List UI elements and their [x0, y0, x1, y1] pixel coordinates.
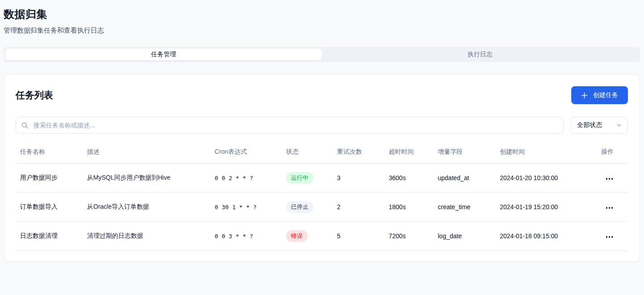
task-timeout: 1800s — [384, 193, 433, 222]
header-status: 状态 — [282, 146, 332, 164]
task-description: 清理过期的日志数据 — [83, 222, 210, 251]
status-badge: 已停止 — [286, 201, 313, 213]
task-created-at: 2024-01-19 15:20:00 — [495, 193, 595, 222]
header-incremental-field: 增量字段 — [433, 146, 495, 164]
header-created-at: 创建时间 — [495, 146, 595, 164]
search-box[interactable] — [16, 117, 564, 134]
task-table: 任务名称 描述 Cron表达式 状态 重试次数 超时时间 增量字段 创建时间 操… — [16, 146, 628, 251]
task-name: 用户数据同步 — [16, 164, 83, 193]
header-description: 描述 — [83, 146, 210, 164]
tab-task-management[interactable]: 任务管理 — [5, 49, 322, 60]
task-cron: 0 30 1 * * ? — [210, 193, 282, 222]
task-retry-count: 5 — [332, 222, 384, 251]
task-created-at: 2024-01-20 10:30:00 — [495, 164, 595, 193]
search-input[interactable] — [33, 121, 558, 129]
search-icon — [21, 122, 28, 129]
status-badge: 错误 — [286, 230, 307, 242]
tab-bar: 任务管理 执行日志 — [4, 47, 640, 62]
task-cron: 0 0 3 * * ? — [210, 222, 282, 251]
header-task-name: 任务名称 — [16, 146, 83, 164]
task-description: 从Oracle导入订单数据 — [83, 193, 210, 222]
task-incremental-field: create_time — [433, 193, 495, 222]
more-actions-button[interactable] — [605, 233, 614, 240]
header-cron: Cron表达式 — [210, 146, 282, 164]
task-description: 从MySQL同步用户数据到Hive — [83, 164, 210, 193]
page-title: 数据归集 — [4, 7, 640, 21]
create-task-label: 创建任务 — [593, 91, 618, 99]
task-retry-count: 3 — [332, 164, 384, 193]
create-task-button[interactable]: 创建任务 — [571, 86, 628, 104]
header-timeout: 超时时间 — [384, 146, 433, 164]
status-filter-value: 全部状态 — [577, 121, 602, 129]
task-created-at: 2024-01-18 09:15:00 — [495, 222, 595, 251]
task-incremental-field: log_date — [433, 222, 495, 251]
task-list-card: 任务列表 创建任务 全部状态 — [4, 74, 640, 262]
filters-row: 全部状态 — [16, 117, 628, 134]
task-timeout: 3600s — [384, 164, 433, 193]
table-header-row: 任务名称 描述 Cron表达式 状态 重试次数 超时时间 增量字段 创建时间 操… — [16, 146, 628, 164]
card-header: 任务列表 创建任务 — [16, 86, 628, 104]
page: 数据归集 管理数据归集任务和查看执行日志 任务管理 执行日志 任务列表 创建任务 — [0, 0, 644, 273]
status-filter-select[interactable]: 全部状态 — [571, 117, 628, 134]
task-timeout: 7200s — [384, 222, 433, 251]
tab-execution-logs[interactable]: 执行日志 — [322, 49, 638, 60]
header-actions: 操作 — [595, 146, 628, 164]
table-row: 日志数据清理 清理过期的日志数据 0 0 3 * * ? 错误 5 7200s … — [16, 222, 628, 251]
more-actions-button[interactable] — [605, 175, 614, 182]
task-name: 日志数据清理 — [16, 222, 83, 251]
status-badge: 运行中 — [286, 172, 313, 184]
more-actions-button[interactable] — [605, 204, 614, 211]
table-row: 用户数据同步 从MySQL同步用户数据到Hive 0 0 2 * * ? 运行中… — [16, 164, 628, 193]
task-name: 订单数据导入 — [16, 193, 83, 222]
plus-icon — [581, 92, 588, 99]
page-subtitle: 管理数据归集任务和查看执行日志 — [4, 26, 640, 35]
chevron-down-icon — [616, 122, 622, 128]
table-row: 订单数据导入 从Oracle导入订单数据 0 30 1 * * ? 已停止 2 … — [16, 193, 628, 222]
task-cron: 0 0 2 * * ? — [210, 164, 282, 193]
header-retry-count: 重试次数 — [332, 146, 384, 164]
task-retry-count: 2 — [332, 193, 384, 222]
task-incremental-field: updated_at — [433, 164, 495, 193]
card-title: 任务列表 — [16, 89, 53, 101]
